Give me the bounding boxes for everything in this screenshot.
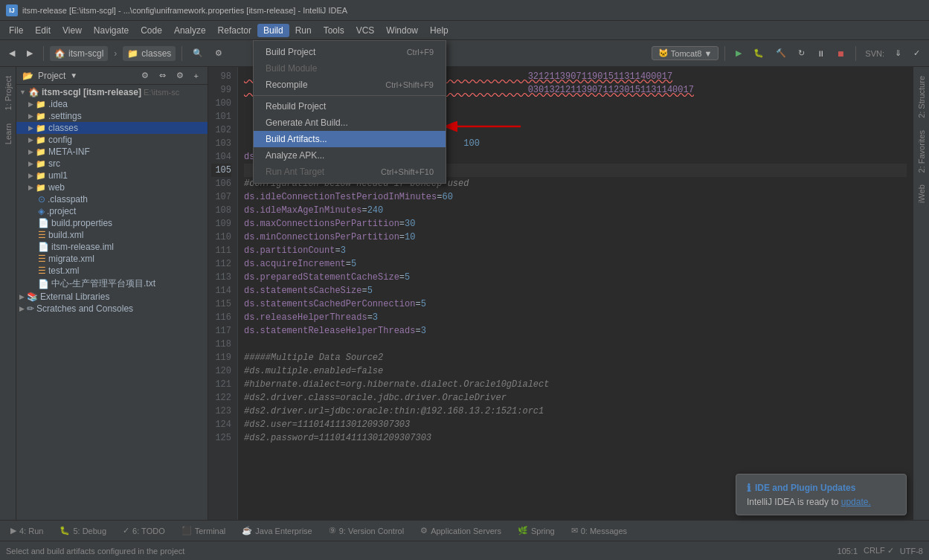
run-btn[interactable]: ▶ (731, 46, 746, 60)
side-tab-learn[interactable]: Learn (1, 118, 15, 150)
menu-run[interactable]: Run (289, 24, 318, 37)
menu-run-ant[interactable]: Run Ant Target Ctrl+Shift+F10 (254, 164, 446, 180)
code-121: #hibernate.dialect=org.hibernate.dialect… (244, 378, 907, 391)
menu-view[interactable]: View (57, 24, 88, 37)
tree-classpath[interactable]: ⊙ .classpath (16, 193, 208, 205)
menu-recompile[interactable]: Recompile Ctrl+Shift+F9 (254, 77, 446, 93)
tree-chinese-file[interactable]: 📄 中心-生产管理平台项目.txt (16, 277, 208, 291)
side-tab-project[interactable]: 1: Project (1, 70, 15, 116)
notification-body: IntelliJ IDEA is ready to update. (747, 497, 896, 507)
tree-classes-arrow: ▶ (28, 124, 33, 132)
tab-app-servers[interactable]: ⚙ Application Servers (413, 524, 509, 538)
tab-messages[interactable]: ✉ 0: Messages (564, 524, 634, 538)
menu-navigate[interactable]: Navigate (88, 24, 135, 37)
menu-analyze[interactable]: Analyze (168, 24, 212, 37)
tree-settings[interactable]: ▶ 📁 .settings (16, 110, 208, 122)
tree-test-xml[interactable]: ☰ test.xml (16, 265, 208, 277)
menu-file[interactable]: File (3, 24, 29, 37)
menu-build[interactable]: Build (257, 24, 289, 37)
project-header-icon: 📂 (22, 71, 33, 81)
tab-version-control[interactable]: ⑨ 9: Version Control (321, 524, 411, 538)
tree-web-arrow: ▶ (28, 184, 33, 191)
menu-analyze-apk[interactable]: Analyze APK... (254, 147, 446, 164)
tree-external-libs[interactable]: ▶ 📚 External Libraries (16, 291, 208, 303)
tab-java-enterprise[interactable]: ☕ Java Enterprise (234, 524, 319, 538)
side-tab-web[interactable]: iWeb (915, 178, 928, 209)
tree-src-icon: 📁 (36, 159, 46, 169)
tree-scratches[interactable]: ▶ ✏ Scratches and Consoles (16, 303, 208, 315)
ln-118: 118 (211, 338, 231, 351)
project-panel-settings[interactable]: ⚙ (138, 70, 152, 81)
tree-root[interactable]: ▼ 🏠 itsm-scgl [itsm-release] E:\itsm-sc (16, 86, 208, 98)
tab-terminal[interactable]: ⬛ Terminal (174, 524, 234, 538)
tab-debug[interactable]: 🐛 5: Debug (52, 524, 114, 538)
menu-edit[interactable]: Edit (29, 24, 57, 37)
tree-testxml-icon: ☰ (38, 265, 46, 276)
tree-migrate[interactable]: ☰ migrate.xml (16, 253, 208, 265)
tree-classes[interactable]: ▶ 📁 classes (16, 122, 208, 134)
build-btn[interactable]: 🔨 (771, 46, 791, 60)
svn-commit-btn[interactable]: ✓ (909, 46, 925, 60)
menu-build-module[interactable]: Build Module (254, 60, 446, 77)
tree-uml1[interactable]: ▶ 📁 uml1 (16, 170, 208, 181)
project-header-arrow: ▼ (70, 71, 77, 80)
tomcat-selector[interactable]: 🐱 Tomcat8 ▼ (652, 46, 719, 60)
notification-link[interactable]: update. (841, 497, 871, 507)
toolbar-back-btn[interactable]: ◀ (4, 46, 19, 60)
project-panel-close[interactable]: + (191, 71, 202, 81)
toolbar-forward-btn[interactable]: ▶ (22, 46, 37, 60)
pause-btn[interactable]: ⏸ (812, 47, 829, 60)
tree-config[interactable]: ▶ 📁 config (16, 134, 208, 146)
toolbar-settings-btn[interactable]: ⚙ (210, 46, 227, 60)
menu-code[interactable]: Code (135, 24, 168, 37)
tab-spring[interactable]: 🌿 Spring (510, 524, 562, 538)
debug-btn[interactable]: 🐛 (749, 46, 768, 60)
menu-generate-ant[interactable]: Generate Ant Build... (254, 115, 446, 131)
rebuild-label: Rebuild Project (266, 101, 326, 112)
code-125: #ds2.password=111014111301209307303 (244, 431, 907, 445)
recompile-shortcut: Ctrl+Shift+F9 (385, 80, 434, 89)
tree-web[interactable]: ▶ 📁 web (16, 181, 208, 193)
code-111: ds.partitionCount=3 (244, 244, 907, 257)
tab-run[interactable]: ▶ 4: Run (3, 524, 51, 538)
project-panel-scroll[interactable]: ⇔ (156, 70, 169, 81)
project-panel-gear[interactable]: ⚙ (173, 70, 187, 81)
svn-update-btn[interactable]: ⇓ (890, 46, 906, 60)
toolbar: ◀ ▶ 🏠 itsm-scgl › 📁 classes 🔍 ⚙ 🐱 Tomcat… (0, 40, 929, 67)
code-120: #ds.multiple.enabled=false (244, 364, 907, 378)
menu-rebuild-project[interactable]: Rebuild Project (254, 98, 446, 115)
tree-itsm-release[interactable]: 📄 itsm-release.iml (16, 241, 208, 253)
tree-idea[interactable]: ▶ 📁 .idea (16, 98, 208, 110)
tree-build-xml[interactable]: ☰ build.xml (16, 229, 208, 241)
side-tab-structure[interactable]: 2: Structure (915, 70, 928, 124)
tree-meta-inf[interactable]: ▶ 📁 META-INF (16, 146, 208, 158)
stop-btn[interactable]: ⏹ (832, 47, 849, 60)
tree-buildxml-icon: ☰ (38, 230, 46, 240)
tree-build-properties[interactable]: 📄 build.properties (16, 217, 208, 229)
project-header-label: Project (38, 71, 65, 81)
side-tab-favorites[interactable]: 2: Favorites (915, 124, 928, 178)
tree-project-icon: ◈ (38, 206, 45, 216)
bottom-tabs-bar: ▶ 4: Run 🐛 5: Debug ✓ 6: TODO ⬛ Terminal… (0, 520, 929, 541)
ln-108: 108 (211, 204, 231, 217)
toolbar-search-btn[interactable]: 🔍 (188, 46, 208, 60)
menu-refactor[interactable]: Refactor (212, 24, 257, 37)
menu-window[interactable]: Window (380, 24, 424, 37)
tree-project-file[interactable]: ◈ .project (16, 205, 208, 217)
tree-src[interactable]: ▶ 📁 src (16, 158, 208, 170)
code-107: ds.idleConnectionTestPeriodInMinutes=60 (244, 190, 907, 204)
tree-root-label: itsm-scgl [itsm-release] (42, 87, 141, 97)
menu-build-artifacts[interactable]: Build Artifacts... (254, 131, 446, 147)
tree-idea-label: .idea (48, 99, 68, 109)
tree-itsmiml-label: itsm-release.iml (51, 242, 114, 252)
tree-settings-icon: 📁 (36, 112, 46, 121)
tab-todo[interactable]: ✓ 6: TODO (115, 524, 173, 538)
menu-tools[interactable]: Tools (318, 24, 350, 37)
update-btn[interactable]: ↻ (794, 46, 809, 60)
menu-build-project[interactable]: Build Project Ctrl+F9 (254, 44, 446, 60)
folder-icon-toolbar: 📁 (127, 48, 138, 59)
code-114: ds.statementsCacheSize=5 (244, 284, 907, 297)
tree-web-icon: 📁 (36, 183, 46, 193)
menu-help[interactable]: Help (424, 24, 454, 37)
menu-vcs[interactable]: VCS (350, 24, 381, 37)
